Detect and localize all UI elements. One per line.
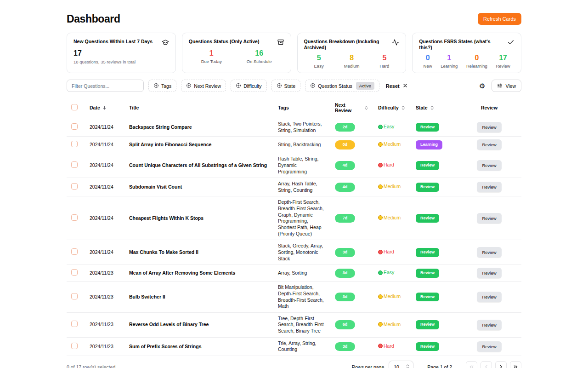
review-button[interactable]: Review [477, 213, 501, 224]
row-date: 2024/11/24 [85, 153, 124, 178]
filter-chip-next-review[interactable]: Next Review [181, 80, 226, 92]
rows-per-page-select[interactable]: 10 [389, 361, 413, 368]
row-title: Max Chunks To Make Sorted II [124, 240, 273, 265]
active-filter-badge: Active [356, 82, 374, 90]
table-row: 2024/11/23 Reverse Odd Levels of Binary … [67, 312, 521, 337]
close-icon [402, 83, 408, 89]
last-page-button[interactable] [510, 361, 521, 368]
chevron-right-icon [498, 364, 504, 368]
reset-filters-button[interactable]: Reset [386, 83, 408, 89]
difficulty-label: Easy [384, 270, 394, 276]
review-button[interactable]: Review [477, 247, 501, 258]
refresh-cards-button[interactable]: Refresh Cards [478, 13, 521, 25]
top-bar: Dashboard Refresh Cards [67, 12, 521, 26]
stat-label: On Schedule [247, 59, 272, 64]
column-header-date[interactable]: Date [85, 98, 124, 118]
row-tags: Tree, Depth-First Search, Breadth-First … [273, 312, 330, 337]
filter-questions-input[interactable] [67, 80, 144, 92]
next-page-button[interactable] [495, 361, 507, 368]
column-header-difficulty[interactable]: Difficulty [373, 98, 411, 118]
review-button[interactable]: Review [477, 182, 501, 192]
row-date: 2024/11/23 [85, 312, 124, 337]
previous-page-button[interactable] [481, 361, 492, 368]
next-review-badge: 3d [335, 248, 355, 257]
row-date: 2024/11/24 [85, 196, 124, 240]
stat-label: Hard [380, 63, 390, 69]
row-date: 2024/11/23 [85, 265, 124, 282]
stat-value: 8 [344, 54, 360, 62]
row-checkbox[interactable] [71, 269, 78, 276]
filter-chip-tags[interactable]: Tags [148, 80, 176, 92]
difficulty-dot-icon [378, 215, 383, 220]
table-footer: 0 of 17 row(s) selected. Rows per page 1… [67, 361, 521, 368]
table-row: 2024/11/23 Sum of Prefix Scores of Strin… [67, 337, 521, 356]
row-checkbox[interactable] [71, 183, 78, 190]
table-row: 2024/11/24 Subdomain Visit Count Array, … [67, 178, 521, 196]
row-date: 2024/11/23 [85, 337, 124, 356]
difficulty-label: Medium [384, 293, 401, 300]
review-button[interactable]: Review [477, 268, 501, 278]
stat-metric: 17 Review [496, 54, 510, 69]
row-checkbox[interactable] [71, 123, 78, 130]
row-title: Mean of Array After Removing Some Elemen… [124, 265, 273, 282]
arrow-down-icon [102, 105, 107, 110]
card-title: Questions Status (Only Active) [189, 39, 260, 45]
column-header-title: Title [124, 98, 273, 118]
row-title: Subdomain Visit Count [124, 178, 273, 196]
review-button[interactable]: Review [477, 341, 501, 352]
row-checkbox[interactable] [71, 321, 78, 327]
table-row: 2024/11/24 Count Unique Characters of Al… [67, 153, 521, 178]
state-badge: Review [416, 183, 439, 192]
column-header-state[interactable]: State [411, 98, 457, 118]
stat-value: 0 [424, 54, 432, 62]
stat-label: Due Today [201, 59, 222, 64]
row-checkbox[interactable] [71, 293, 78, 299]
row-checkbox[interactable] [71, 343, 78, 349]
stat-label: Relearning [466, 63, 487, 69]
column-label: Title [129, 105, 139, 110]
stat-metric: 5 Easy [314, 54, 324, 69]
check-icon [507, 39, 514, 46]
stat-card-new-questions: New Questions Within Last 7 Days 17 18 q… [67, 33, 176, 73]
page-indicator: Page 1 of 2 [427, 364, 452, 368]
column-header-next-review[interactable]: Next Review [330, 98, 373, 118]
circle-plus-icon [310, 83, 316, 89]
filter-chip-question-status[interactable]: Question Status Active [305, 80, 379, 92]
row-date: 2024/11/24 [85, 240, 124, 265]
first-page-button[interactable] [466, 361, 477, 368]
stat-value: 5 [314, 54, 324, 62]
next-review-badge: 2d [335, 123, 355, 132]
row-checkbox[interactable] [71, 214, 78, 221]
state-badge: Review [416, 214, 439, 223]
row-checkbox[interactable] [71, 161, 78, 168]
row-checkbox[interactable] [71, 248, 78, 255]
activity-icon [392, 39, 399, 46]
filter-chip-state[interactable]: State [271, 80, 301, 92]
filter-chip-label: Tags [161, 83, 171, 89]
row-checkbox[interactable] [71, 141, 78, 147]
filter-chip-difficulty[interactable]: Difficulty [231, 80, 266, 92]
row-title: Split Array into Fibonacci Sequence [124, 137, 273, 153]
review-button[interactable]: Review [477, 122, 501, 132]
review-button[interactable]: Review [477, 160, 501, 171]
next-review-badge: 3d [335, 342, 355, 351]
select-all-checkbox[interactable] [71, 104, 78, 110]
difficulty-label: Medium [384, 184, 401, 190]
review-button[interactable]: Review [477, 292, 501, 302]
review-button[interactable]: Review [477, 320, 501, 330]
difficulty-dot-icon [378, 322, 383, 327]
pagination [466, 361, 521, 368]
review-button[interactable]: Review [477, 139, 501, 150]
row-date: 2024/11/24 [85, 137, 124, 153]
column-label: Difficulty [378, 105, 399, 110]
stat-metric: 1 Learning [441, 54, 458, 69]
settings-button[interactable]: ⚙ [477, 80, 487, 91]
chevrons-up-down-icon [401, 105, 406, 110]
row-date: 2024/11/23 [85, 282, 124, 313]
difficulty-dot-icon [378, 270, 383, 275]
stat-label: Review [496, 63, 510, 69]
stat-label: Medium [344, 63, 360, 69]
questions-table: Date Title Tags Next Review Difficulty S… [67, 98, 521, 356]
view-options-button[interactable]: View [492, 80, 521, 92]
filter-chip-label: Next Review [194, 83, 221, 89]
